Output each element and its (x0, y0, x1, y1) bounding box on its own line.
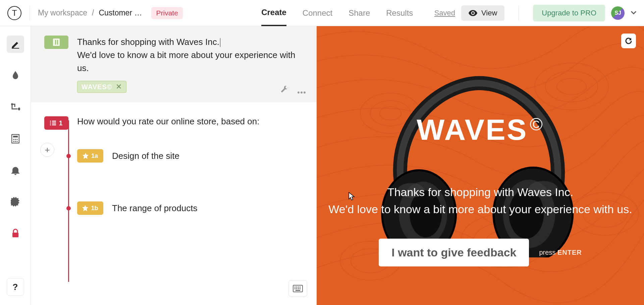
welcome-text-editor[interactable]: Thanks for shopping with Waves Inc. We'd… (77, 36, 303, 75)
svg-rect-29 (298, 288, 299, 289)
question-title[interactable]: How would you rate our online store, bas… (77, 116, 259, 127)
svg-rect-18 (50, 123, 51, 124)
breadcrumb-separator: / (92, 8, 94, 17)
svg-rect-27 (294, 288, 296, 289)
preview-line2: We'd love to know a bit more about your … (328, 203, 632, 216)
remove-image-icon[interactable]: ✕ (116, 82, 122, 91)
rail-logic-icon[interactable] (7, 99, 24, 116)
connector-line (68, 120, 69, 282)
sub-questions: 1a Design of the site 1b The range of pr… (62, 130, 303, 215)
sub-badge: 1b (77, 201, 103, 215)
welcome-screen-block[interactable]: Thanks for shopping with Waves Inc. We'd… (31, 26, 317, 102)
star-icon (82, 205, 88, 211)
svg-point-2 (11, 103, 13, 105)
rail-settings-icon[interactable] (7, 193, 24, 210)
svg-point-9 (13, 141, 14, 142)
feedback-button[interactable]: I want to give feedback (379, 239, 529, 266)
chevron-down-icon[interactable] (631, 10, 637, 16)
attached-image-chip[interactable]: WAVES© ✕ (77, 81, 126, 93)
svg-point-15 (304, 92, 306, 94)
eye-icon (469, 10, 477, 16)
breadcrumb-workspace[interactable]: My workspace (38, 8, 87, 17)
question-list: 1 How would you rate our online store, b… (31, 102, 317, 215)
svg-rect-16 (50, 121, 51, 122)
svg-rect-21 (52, 124, 56, 125)
refresh-icon (625, 37, 633, 45)
main-nav-tabs: Create Connect Share Results (261, 0, 413, 26)
text-caret (220, 38, 220, 47)
list-icon (50, 121, 56, 125)
welcome-screen-icon (44, 36, 68, 49)
refresh-preview-button[interactable] (621, 34, 636, 48)
mouse-cursor-icon (348, 192, 355, 201)
tab-connect[interactable]: Connect (303, 0, 332, 26)
editor-panel: Thanks for shopping with Waves Inc. We'd… (31, 26, 317, 305)
help-button[interactable]: ? (7, 278, 24, 296)
svg-point-11 (16, 141, 18, 142)
svg-rect-26 (300, 287, 301, 288)
upgrade-button[interactable]: Upgrade to PRO (533, 5, 605, 21)
breadcrumb: My workspace / Customer … Private (38, 7, 183, 19)
rail-notifications-icon[interactable] (7, 162, 24, 179)
svg-point-10 (15, 141, 16, 142)
svg-rect-20 (50, 124, 51, 125)
rail-content-icon[interactable] (7, 36, 24, 53)
svg-rect-5 (13, 136, 18, 137)
connector-dot (66, 206, 71, 210)
svg-rect-17 (52, 121, 56, 122)
top-bar: T My workspace / Customer … Private Crea… (0, 0, 644, 26)
keyboard-icon (293, 285, 303, 292)
question-badge: 1 (44, 116, 68, 130)
sub-label[interactable]: Design of the site (112, 151, 179, 161)
more-icon[interactable] (297, 86, 306, 96)
breadcrumb-project[interactable]: Customer … (99, 8, 142, 17)
view-button[interactable]: View (461, 5, 504, 21)
divider (30, 6, 30, 20)
saved-status[interactable]: Saved (434, 9, 455, 17)
keyboard-button[interactable] (288, 280, 307, 297)
copyright-mark: © (530, 115, 544, 134)
sub-id: 1b (91, 205, 98, 212)
preview-line1: Thanks for shopping with Waves Inc. (387, 186, 573, 198)
preview-text: Thanks for shopping with Waves Inc. We'd… (328, 184, 632, 218)
tab-create[interactable]: Create (261, 0, 286, 26)
connector-dot (66, 154, 71, 158)
svg-rect-31 (296, 290, 300, 291)
svg-rect-25 (298, 287, 299, 288)
app-logo[interactable]: T (7, 6, 21, 20)
tab-results[interactable]: Results (386, 0, 413, 26)
cta-row: I want to give feedback press ENTER (379, 239, 582, 266)
view-label: View (481, 9, 497, 17)
rail-calculator-icon[interactable] (7, 130, 24, 147)
star-icon (83, 153, 89, 159)
divider (519, 6, 519, 20)
user-avatar[interactable]: SJ (611, 6, 625, 20)
svg-rect-19 (52, 123, 56, 124)
question-1[interactable]: 1 How would you rate our online store, b… (44, 116, 303, 130)
svg-point-8 (16, 139, 18, 140)
tab-share[interactable]: Share (348, 0, 370, 26)
svg-rect-28 (296, 288, 297, 289)
top-right-controls: Saved View Upgrade to PRO SJ (434, 5, 637, 21)
svg-rect-12 (12, 233, 18, 237)
sub-id: 1a (91, 152, 98, 160)
svg-rect-30 (300, 288, 301, 289)
sub-question-1b[interactable]: 1b The range of products (62, 201, 303, 215)
add-block-button[interactable]: + (40, 143, 54, 157)
svg-rect-23 (294, 287, 296, 288)
wrench-icon[interactable] (281, 86, 289, 96)
rail-design-icon[interactable] (7, 67, 24, 84)
press-hint: press ENTER (539, 249, 582, 256)
sub-question-1a[interactable]: 1a Design of the site (62, 149, 303, 163)
svg-rect-24 (296, 287, 297, 288)
svg-point-0 (472, 12, 474, 14)
sub-label[interactable]: The range of products (112, 203, 197, 213)
rail-lock-icon[interactable] (7, 225, 24, 242)
privacy-badge[interactable]: Private (151, 7, 182, 19)
preview-panel: WAVES© Thanks for shopping with Waves In… (317, 26, 644, 305)
svg-point-6 (13, 139, 14, 140)
svg-point-7 (15, 139, 16, 140)
svg-rect-1 (12, 48, 19, 49)
svg-point-3 (18, 108, 20, 110)
svg-point-13 (298, 92, 300, 94)
